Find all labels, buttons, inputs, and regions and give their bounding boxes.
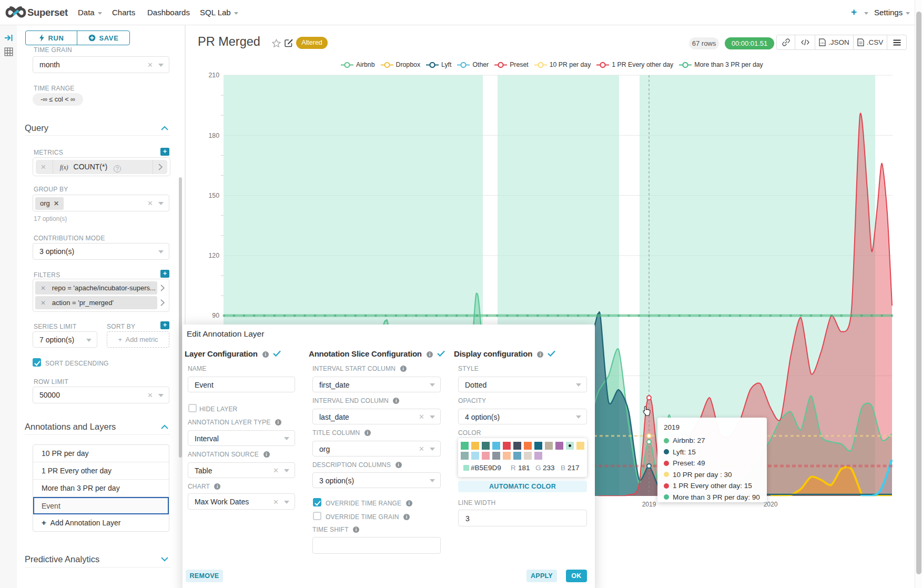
- svg-text:2019: 2019: [642, 501, 656, 508]
- svg-text:G: G: [535, 464, 541, 472]
- svg-text:233: 233: [543, 464, 555, 472]
- svg-text:<ſ>: <ſ>: [820, 42, 825, 45]
- svg-text:210: 210: [208, 72, 219, 79]
- svg-text:#B5E9D9: #B5E9D9: [471, 464, 501, 472]
- svg-text:181: 181: [518, 464, 530, 472]
- svg-text:R: R: [511, 464, 516, 472]
- svg-text:150: 150: [208, 192, 219, 199]
- svg-text:90: 90: [212, 312, 219, 319]
- svg-text:217: 217: [568, 464, 580, 472]
- svg-text:180: 180: [208, 132, 219, 139]
- svg-text:120: 120: [208, 252, 219, 259]
- svg-text:B: B: [561, 464, 565, 472]
